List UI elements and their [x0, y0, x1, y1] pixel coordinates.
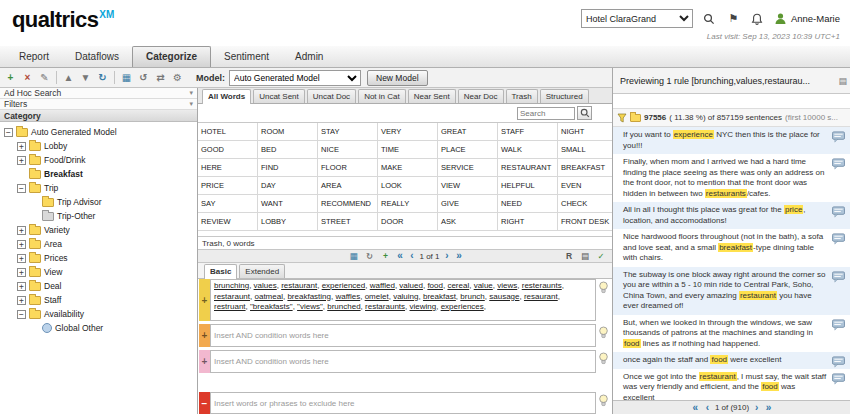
- first-page-icon[interactable]: «: [691, 403, 700, 413]
- refresh-icon[interactable]: ↻: [94, 70, 111, 86]
- rule-word[interactable]: viewing: [410, 302, 437, 311]
- tree-item-global-other[interactable]: Global Other: [0, 321, 197, 335]
- tree-expander-icon[interactable]: +: [17, 156, 26, 165]
- sentence-row[interactable]: But, when we looked in through the windo…: [613, 315, 850, 353]
- tree-expander-icon[interactable]: +: [17, 240, 26, 249]
- move-down-icon[interactable]: ▼: [77, 70, 94, 86]
- word-cell[interactable]: DOOR: [378, 213, 438, 231]
- word-cell[interactable]: BED: [258, 141, 318, 159]
- rule-word[interactable]: breakfast: [423, 292, 456, 301]
- nav-tab-admin[interactable]: Admin: [282, 46, 336, 67]
- nav-tab-report[interactable]: Report: [6, 46, 62, 67]
- next-page-icon[interactable]: ›: [443, 251, 452, 261]
- sentence-row[interactable]: Nice hardwood floors throughout (not in …: [613, 229, 850, 267]
- suggest-words-icon[interactable]: [598, 394, 609, 407]
- filter-icon[interactable]: [617, 113, 627, 123]
- adhoc-search-section[interactable]: Ad Hoc Search ▾: [0, 88, 197, 99]
- tree-item-trip[interactable]: −Trip: [0, 181, 197, 195]
- word-cell[interactable]: GREAT: [438, 123, 498, 141]
- word-cell[interactable]: WANT: [258, 195, 318, 213]
- word-cell[interactable]: PRICE: [198, 177, 258, 195]
- tree-expander-icon[interactable]: +: [17, 142, 26, 151]
- word-cell[interactable]: STAY: [318, 123, 378, 141]
- tree-expander-icon[interactable]: −: [17, 184, 26, 193]
- sentence-row[interactable]: Once we got into the restaurant, I must …: [613, 369, 850, 401]
- rule-word[interactable]: valuing: [393, 292, 418, 301]
- new-model-button[interactable]: New Model: [367, 70, 428, 86]
- exclude-strip[interactable]: −: [199, 392, 210, 414]
- rule-word[interactable]: values: [254, 281, 277, 290]
- search-input[interactable]: [517, 107, 575, 120]
- nav-tab-dataflows[interactable]: Dataflows: [62, 46, 132, 67]
- rule-word[interactable]: restaraunts: [365, 302, 405, 311]
- word-cell[interactable]: SAY: [198, 195, 258, 213]
- rule-word[interactable]: brunched: [327, 302, 360, 311]
- prev-page-icon[interactable]: ‹: [703, 403, 712, 413]
- tree-item-auto-generated-model[interactable]: −Auto Generated Model: [0, 125, 197, 139]
- stats-icon[interactable]: ▤: [578, 250, 592, 262]
- bell-icon[interactable]: [750, 11, 765, 26]
- delete-category-icon[interactable]: ×: [19, 70, 36, 86]
- word-cell[interactable]: GIVE: [438, 195, 498, 213]
- rule-tab-extended[interactable]: Extended: [239, 264, 285, 278]
- and-strip[interactable]: +: [199, 350, 210, 373]
- comment-bubble-icon[interactable]: [832, 206, 845, 218]
- tree-item-deal[interactable]: +Deal: [0, 279, 197, 293]
- comment-bubble-icon[interactable]: [832, 271, 845, 283]
- word-cell[interactable]: TIME: [378, 141, 438, 159]
- account-select[interactable]: Hotel ClaraGrand: [581, 9, 693, 28]
- prev-page-icon[interactable]: ‹: [407, 251, 416, 261]
- word-cell[interactable]: ROOM: [258, 123, 318, 141]
- last-page-icon[interactable]: »: [455, 251, 464, 261]
- grid-view-icon[interactable]: ▦: [346, 250, 360, 262]
- word-cell[interactable]: WALK: [498, 141, 558, 159]
- tree-item-food-drink[interactable]: +Food/Drink: [0, 153, 197, 167]
- rule-word[interactable]: views: [497, 281, 517, 290]
- rule-word[interactable]: breakfasting: [287, 292, 331, 301]
- tree-item-trip-other[interactable]: Trip-Other: [0, 209, 197, 223]
- comment-bubble-icon[interactable]: [832, 373, 845, 385]
- word-cell[interactable]: RECOMMEND: [318, 195, 378, 213]
- words-tab-trash[interactable]: Trash: [506, 89, 538, 103]
- tree-expander-icon[interactable]: +: [17, 282, 26, 291]
- rule-word[interactable]: valued: [399, 281, 423, 290]
- tree-expander-icon[interactable]: −: [4, 128, 13, 137]
- word-cell[interactable]: LOOK: [378, 177, 438, 195]
- comment-bubble-icon[interactable]: [832, 233, 845, 245]
- add-category-icon[interactable]: +: [2, 70, 19, 86]
- words-tab-all-words[interactable]: All Words: [202, 89, 251, 104]
- sentence-row[interactable]: once again the staff and food were excel…: [613, 352, 850, 369]
- tree-expander-icon[interactable]: −: [17, 310, 26, 319]
- rename-category-icon[interactable]: ✎: [36, 70, 53, 86]
- exclude-words-input[interactable]: [210, 392, 596, 414]
- word-cell[interactable]: REALLY: [378, 195, 438, 213]
- rule-word[interactable]: experiences: [441, 302, 484, 311]
- word-cell[interactable]: FRONT DESK: [558, 213, 612, 231]
- tree-item-prices[interactable]: +Prices: [0, 251, 197, 265]
- rule-word[interactable]: restaurant: [281, 281, 317, 290]
- tree-item-breakfast[interactable]: Breakfast: [0, 167, 197, 181]
- tree-expander-icon[interactable]: +: [17, 296, 26, 305]
- word-cell[interactable]: NIGHT: [558, 123, 612, 141]
- apply-icon[interactable]: ✓: [594, 250, 608, 262]
- tree-item-staff[interactable]: +Staff: [0, 293, 197, 307]
- words-tab-structured[interactable]: Structured: [540, 89, 589, 103]
- and-condition-input[interactable]: [210, 350, 596, 373]
- rule-word[interactable]: value: [474, 281, 493, 290]
- word-cell[interactable]: DAY: [258, 177, 318, 195]
- next-page-icon[interactable]: ›: [752, 403, 761, 413]
- word-cell[interactable]: HERE: [198, 159, 258, 177]
- word-cell[interactable]: SMALL: [558, 141, 612, 159]
- rule-word[interactable]: restruant: [214, 302, 246, 311]
- word-cell[interactable]: PLACE: [438, 141, 498, 159]
- filters-section[interactable]: Filters ▾: [0, 99, 197, 110]
- rule-word[interactable]: brunching: [214, 281, 249, 290]
- rule-word[interactable]: "views": [297, 302, 323, 311]
- comment-bubble-icon[interactable]: [832, 131, 845, 143]
- rule-word[interactable]: experienced: [322, 281, 366, 290]
- sentence-row[interactable]: If you want to experience NYC then this …: [613, 127, 850, 154]
- word-cell[interactable]: CHECK: [558, 195, 612, 213]
- tree-item-view[interactable]: +View: [0, 265, 197, 279]
- and-strip[interactable]: +: [199, 324, 210, 347]
- word-cell[interactable]: STAFF: [498, 123, 558, 141]
